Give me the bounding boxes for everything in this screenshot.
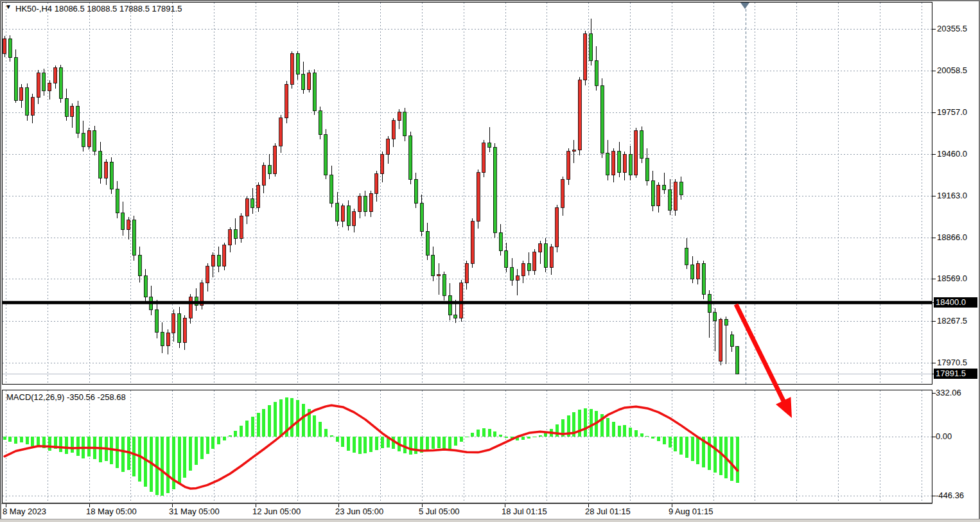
candle-up: [550, 247, 553, 268]
candle-up: [369, 193, 372, 211]
candle-up: [105, 162, 108, 178]
time-axis-label: 8 May 2023: [3, 507, 46, 517]
macd-axis-label: 332.06: [936, 388, 961, 398]
candle-down: [409, 136, 412, 180]
macd-histogram-bar: [375, 437, 378, 450]
candle-up: [87, 130, 91, 146]
candle-down: [26, 88, 29, 116]
macd-histogram-bar: [685, 437, 688, 458]
candle-up: [37, 73, 40, 98]
macd-histogram-bar: [37, 437, 40, 446]
candle-up: [561, 179, 564, 207]
macd-histogram-bar: [290, 398, 293, 437]
macd-histogram-bar: [527, 437, 530, 439]
candle-up: [465, 263, 468, 283]
macd-histogram-bar: [634, 430, 638, 437]
macd-histogram-bar: [229, 435, 232, 437]
time-axis-label: 23 Jun 05:00: [335, 507, 383, 517]
macd-histogram-bar: [138, 437, 141, 482]
macd-histogram-bar: [381, 437, 384, 448]
time-axis-label: 5 Jul 05:00: [419, 507, 460, 517]
chart-canvas[interactable]: [0, 0, 980, 522]
candle-down: [132, 220, 136, 256]
macd-histogram-bar: [454, 437, 457, 446]
candle-up: [341, 206, 344, 222]
candle-up: [358, 196, 362, 212]
macd-histogram-bar: [234, 431, 237, 437]
macd-histogram-bar: [612, 422, 615, 437]
candle-up: [482, 143, 486, 173]
macd-histogram-bar: [409, 437, 412, 455]
price-axis-label: 20355.5: [937, 24, 967, 34]
candle-down: [14, 58, 17, 100]
candle-down: [488, 143, 491, 148]
candle-down: [251, 199, 254, 207]
window-bottom-strip: [0, 519, 980, 522]
candle-up: [584, 34, 587, 80]
macd-histogram-bar: [448, 437, 451, 449]
candle-up: [572, 150, 575, 152]
macd-histogram-bar: [200, 437, 204, 459]
macd-histogram-bar: [76, 437, 80, 456]
macd-histogram-bar: [223, 437, 226, 440]
candle-down: [110, 162, 113, 189]
macd-histogram-bar: [691, 437, 694, 461]
candle-down: [296, 53, 299, 74]
macd-histogram-bar: [8, 437, 12, 442]
price-axis-label: 19163.0: [937, 191, 967, 201]
macd-histogram-bar: [482, 428, 486, 437]
candle-up: [387, 139, 390, 154]
candle-up: [460, 283, 463, 318]
candle-down: [606, 153, 609, 175]
candle-up: [521, 263, 525, 276]
candle-down: [313, 73, 316, 111]
candles-group: [3, 19, 739, 374]
candle-up: [240, 216, 243, 238]
price-axis-label: 19460.0: [937, 149, 967, 159]
frame-left: [0, 0, 1, 522]
macd-histogram-bar: [195, 437, 198, 465]
candle-up: [229, 230, 232, 245]
candle-down: [116, 189, 119, 213]
candle-down: [448, 295, 451, 315]
macd-axis-label: -446.36: [936, 491, 964, 501]
macd-histogram-bar: [442, 437, 446, 450]
macd-histogram-bar: [432, 437, 435, 449]
macd-histogram-bar: [539, 435, 542, 437]
candle-down: [426, 231, 429, 255]
macd-histogram-bar: [166, 437, 170, 493]
chart-window: ▼ HK50-,H4 18086.5 18088.5 17888.5 17891…: [0, 0, 980, 522]
candle-down: [736, 347, 739, 374]
macd-histogram-bar: [99, 437, 102, 462]
candle-down: [121, 213, 125, 230]
macd-histogram-bar: [657, 437, 660, 441]
candle-up: [437, 275, 441, 276]
macd-histogram-bar: [533, 437, 536, 437]
candle-up: [172, 314, 175, 333]
macd-histogram-bar: [336, 437, 339, 442]
candle-down: [432, 255, 435, 276]
macd-histogram-bar: [578, 410, 581, 437]
gridlines: [3, 3, 932, 503]
macd-histogram-bar: [730, 437, 733, 481]
macd-histogram-bar: [324, 429, 328, 437]
macd-histogram-bar: [363, 437, 367, 453]
symbol-dropdown-icon[interactable]: ▼: [5, 3, 12, 10]
macd-histogram-bar: [437, 437, 441, 448]
macd-histogram-bar: [268, 405, 271, 437]
candle-down: [685, 248, 688, 265]
macd-histogram-bar: [488, 429, 491, 437]
macd-histogram-bar: [674, 437, 677, 451]
time-axis-label: 18 Jul 01:15: [502, 507, 547, 517]
candle-down: [600, 85, 604, 153]
macd-histogram-bar: [144, 437, 147, 487]
candle-down: [590, 34, 593, 60]
macd-panel-border: [3, 390, 932, 503]
price-axis-label: 17970.5: [937, 358, 967, 368]
candle-down: [99, 152, 102, 178]
macd-histogram-bar: [669, 437, 672, 448]
candle-up: [657, 185, 660, 206]
macd-histogram-bar: [240, 426, 243, 437]
candle-up: [353, 212, 356, 226]
candle-up: [696, 263, 699, 279]
